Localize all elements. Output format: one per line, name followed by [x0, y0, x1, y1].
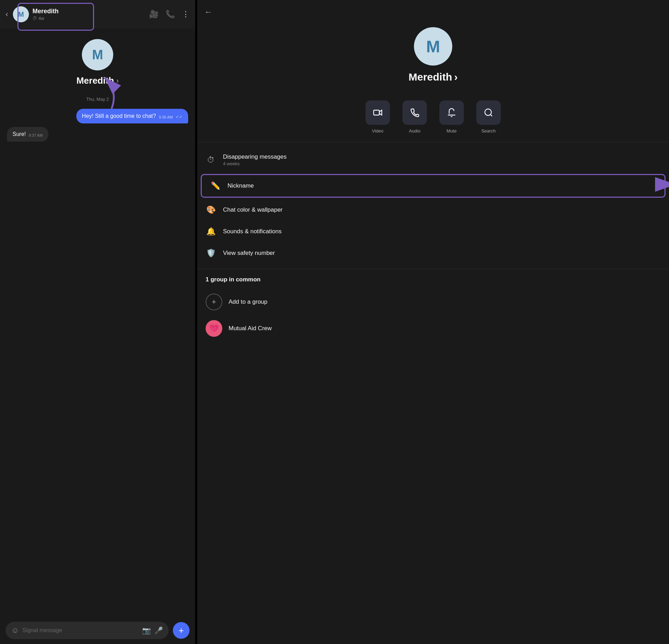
msg-sent-time: 9:36 AM: [159, 115, 173, 119]
message-received: Sure! 9:37 AM: [7, 127, 48, 142]
disappearing-icon: ⏱: [206, 156, 216, 165]
safety-icon: 🛡️: [206, 249, 216, 258]
right-chevron: ›: [454, 71, 458, 83]
search-btn-label: Search: [481, 128, 495, 134]
sounds-title: Sounds & notifications: [223, 228, 661, 235]
menu-icon[interactable]: ⋮: [182, 10, 190, 19]
left-panel: ‹ M Meredith ⏱ 4w 🎥 📞 ⋮: [0, 0, 195, 644]
right-avatar: M: [414, 27, 452, 66]
search-action-btn[interactable]: Search: [473, 100, 504, 134]
safety-content: View safety number: [223, 250, 661, 257]
phone-call-icon[interactable]: 📞: [166, 10, 175, 19]
video-action-btn[interactable]: Video: [362, 100, 393, 134]
mute-btn-label: Mute: [447, 128, 457, 134]
nickname-icon: ✏️: [210, 181, 221, 190]
video-call-icon[interactable]: 🎥: [149, 10, 159, 19]
chat-color-title: Chat color & wallpaper: [223, 206, 661, 213]
add-to-group-row[interactable]: + Add to a group: [206, 289, 661, 315]
right-back-button[interactable]: ←: [204, 7, 213, 17]
messages-container: Hey! Still a good time to chat? 9:36 AM …: [7, 109, 188, 142]
sounds-row[interactable]: 🔔 Sounds & notifications: [197, 221, 669, 242]
msg-received-time: 9:37 AM: [29, 133, 43, 137]
header-info: Meredith ⏱ 4w: [32, 8, 146, 21]
chat-body: M Meredith › Thu, May 2 Hey! Still a goo…: [0, 29, 195, 617]
chat-contact-name[interactable]: Meredith ›: [76, 75, 119, 86]
svg-line-3: [490, 114, 492, 116]
audio-action-btn[interactable]: Audio: [399, 100, 430, 134]
chat-color-icon: 🎨: [206, 205, 216, 214]
chat-color-content: Chat color & wallpaper: [223, 206, 661, 213]
header-actions: 🎥 📞 ⋮: [149, 10, 190, 19]
disappearing-content: Disappearing messages 4 weeks: [223, 153, 661, 166]
nickname-row[interactable]: ✏️ Nickname: [201, 174, 666, 198]
chat-avatar-large: M: [82, 39, 113, 70]
disappearing-messages-row[interactable]: ⏱ Disappearing messages 4 weeks: [197, 147, 669, 173]
add-to-group-label: Add to a group: [229, 298, 268, 305]
safety-title: View safety number: [223, 250, 661, 257]
nickname-title: Nickname: [228, 182, 656, 189]
disappearing-title: Disappearing messages: [223, 153, 661, 160]
mute-action-btn[interactable]: Mute: [436, 100, 467, 134]
separator-2: [197, 269, 669, 269]
contact-chevron: ›: [116, 76, 119, 85]
group-avatar: 💗: [206, 320, 222, 337]
message-input-box[interactable]: ☺ Signal message 📷 🎤: [6, 622, 169, 639]
message-sent: Hey! Still a good time to chat? 9:36 AM …: [76, 109, 188, 123]
chat-color-row[interactable]: 🎨 Chat color & wallpaper: [197, 199, 669, 221]
info-section: ⏱ Disappearing messages 4 weeks ✏️ Nickn…: [197, 144, 669, 267]
emoji-icon[interactable]: ☺: [11, 626, 19, 635]
svg-point-2: [485, 109, 492, 116]
group-name-label: Mutual Aid Crew: [229, 325, 272, 332]
mutual-aid-crew-row[interactable]: 💗 Mutual Aid Crew: [206, 315, 661, 342]
right-profile: M Meredith ›: [197, 20, 669, 93]
right-header: ←: [197, 0, 669, 20]
chat-header: ‹ M Meredith ⏱ 4w 🎥 📞 ⋮: [0, 0, 195, 29]
video-btn-label: Video: [372, 128, 383, 134]
search-btn-icon: [476, 100, 501, 125]
add-group-icon: +: [206, 294, 222, 310]
video-btn-icon: [366, 100, 390, 125]
add-button[interactable]: +: [173, 622, 190, 639]
mute-btn-icon: [439, 100, 464, 125]
groups-section: 1 group in common + Add to a group 💗 Mut…: [197, 271, 669, 347]
right-contact-name[interactable]: Meredith ›: [408, 71, 457, 83]
camera-icon[interactable]: 📷: [142, 626, 151, 635]
microphone-icon[interactable]: 🎤: [154, 626, 163, 635]
safety-row[interactable]: 🛡️ View safety number: [197, 242, 669, 264]
input-placeholder: Signal message: [22, 627, 139, 634]
groups-in-common: 1 group in common: [206, 276, 661, 283]
read-receipt-icon: ✓✓: [176, 114, 183, 119]
sounds-icon: 🔔: [206, 227, 216, 236]
date-label: Thu, May 2: [86, 97, 109, 102]
sounds-content: Sounds & notifications: [223, 228, 661, 235]
nickname-content: Nickname: [228, 182, 656, 189]
header-time: ⏱ 4w: [32, 16, 146, 21]
disappearing-value: 4 weeks: [223, 161, 661, 166]
svg-rect-1: [374, 110, 379, 115]
back-button[interactable]: ‹: [6, 10, 8, 19]
audio-btn-label: Audio: [409, 128, 420, 134]
action-buttons: Video Audio Mute: [197, 93, 669, 141]
header-contact-name: Meredith: [32, 8, 146, 15]
right-panel: ← M Meredith › Video: [197, 0, 669, 644]
separator-1: [197, 142, 669, 142]
audio-btn-icon: [402, 100, 427, 125]
input-area: ☺ Signal message 📷 🎤 +: [0, 617, 195, 644]
header-avatar: M: [13, 6, 29, 22]
